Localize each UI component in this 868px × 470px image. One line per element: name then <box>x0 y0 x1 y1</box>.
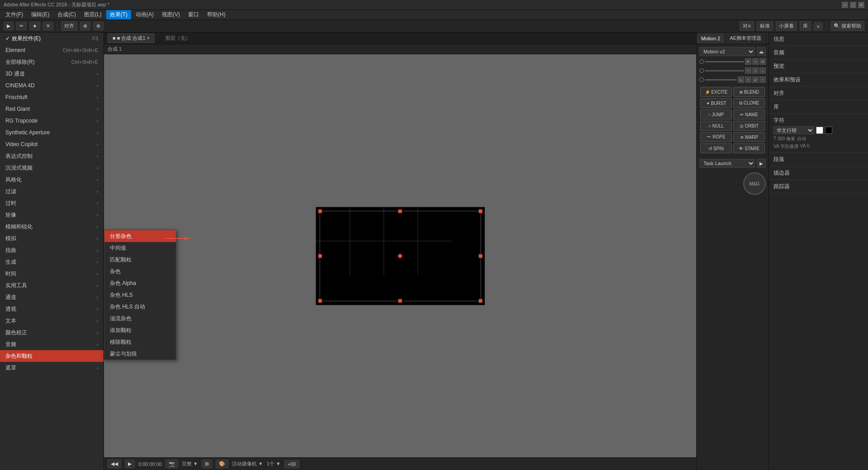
extra-btns[interactable]: +00 <box>284 460 299 468</box>
menu-distort2[interactable]: 矩像› <box>0 209 104 221</box>
menu-immersive-video[interactable]: 沉浸式视频› <box>0 162 104 174</box>
menu-remove-all[interactable]: 全部移除(R) Ctrl+Shift+E <box>0 56 104 68</box>
info-section-paragraph[interactable]: 段落 <box>769 153 868 166</box>
slider-btn-f[interactable]: F <box>745 58 751 65</box>
btn-name[interactable]: ✏ NAME <box>733 109 765 119</box>
maximize-button[interactable]: □ <box>850 2 856 8</box>
slider-2[interactable] <box>705 70 744 71</box>
toolbar-more[interactable]: » <box>814 22 823 30</box>
btn-orbit[interactable]: ◎ ORBIT <box>733 121 765 131</box>
menu-red-giant[interactable]: Red Giant› <box>0 103 104 115</box>
menu-obsolete[interactable]: 过时› <box>0 197 104 209</box>
menu-help[interactable]: 帮助(H) <box>203 10 229 19</box>
submenu-remove-grain[interactable]: 移除颗粒 <box>104 336 176 348</box>
menu-window[interactable]: 窗口 <box>184 10 203 19</box>
slider-btn-i2[interactable]: I <box>752 67 759 74</box>
handle-mid-right[interactable] <box>479 254 482 258</box>
btn-rope[interactable]: 〜 ROPE <box>700 132 732 142</box>
preset-select[interactable]: Motion v2 <box>699 47 755 56</box>
info-section-char[interactable]: 字符 华文行楷 T 300 像素 自动 VA 字距微调 VA 0 <box>769 114 868 153</box>
menu-element[interactable]: Element Ctrl+Alt+Shift+E <box>0 44 104 56</box>
toolbar-snap[interactable]: 对≡ <box>740 21 754 31</box>
submenu-turbulent-noise[interactable]: 湍流杂色 <box>104 313 176 324</box>
btn-excite[interactable]: ⚡ EXCITE <box>700 87 732 97</box>
preset-icon[interactable]: ⛰ <box>757 47 766 56</box>
btn-jump[interactable]: ↑ JUMP <box>700 109 732 119</box>
menu-video-copilot[interactable]: Video Copilot› <box>0 138 104 150</box>
menu-distort[interactable]: 扭曲› <box>0 244 104 256</box>
motion2-tab[interactable]: Motion 2 <box>697 34 725 43</box>
btn-blend[interactable]: ⊕ BLEND <box>733 87 765 97</box>
info-section-stroke[interactable]: 描边器 <box>769 166 868 180</box>
camera-select[interactable]: 活动摄像机 ▼ <box>232 461 263 467</box>
menu-layer[interactable]: 图层(L) <box>80 10 105 19</box>
handle-mid-left[interactable] <box>318 254 322 258</box>
toolbar-icon1[interactable]: ⊕ <box>80 22 90 30</box>
toolbar-select[interactable]: ▶ <box>4 22 14 30</box>
handle-bottom-right[interactable] <box>479 299 482 303</box>
handle-bottom-left[interactable] <box>318 299 322 303</box>
color-btn[interactable]: 🎨 <box>216 460 228 468</box>
toolbar-align[interactable]: 对齐 <box>61 21 77 31</box>
menu-stylize[interactable]: 风格化› <box>0 174 104 185</box>
menu-color-correct[interactable]: 颜色校正› <box>0 327 104 338</box>
slider-btn-i3[interactable]: I <box>745 76 751 83</box>
info-section-align[interactable]: 对齐 <box>769 87 868 100</box>
toolbar-anchor[interactable]: ✕ <box>43 22 53 30</box>
toolbar-small-screen[interactable]: 小屏幕 <box>776 21 797 31</box>
toolbar-icon2[interactable]: ⊗ <box>93 22 104 30</box>
color-swatch-white[interactable] <box>816 127 823 134</box>
comp-tab1[interactable]: ■ ■ 合成 合成1 × <box>108 33 155 43</box>
menu-simulate[interactable]: 模拟› <box>0 233 104 244</box>
menu-matte[interactable]: 遮罩› <box>0 362 104 374</box>
info-section-preview[interactable]: 预览 <box>769 60 868 73</box>
menu-animate[interactable]: 动画(A) <box>132 10 157 19</box>
submenu-noise-hls-auto[interactable]: 杂色 HLS 自动 <box>104 301 176 313</box>
btn-burst[interactable]: ✦ BURST <box>700 98 732 108</box>
slider-btn-extra[interactable]: ↑ <box>760 76 766 83</box>
submenu-match-grain[interactable]: 匹配颗粒 <box>104 254 176 266</box>
menu-perspective[interactable]: 透视› <box>0 303 104 315</box>
playback-controls[interactable]: ◀◀ <box>108 460 121 468</box>
menu-time[interactable]: 时间› <box>0 268 104 280</box>
slider-btn-i1[interactable]: I <box>752 58 759 65</box>
preview-btn[interactable]: ▶ <box>125 460 135 468</box>
menu-3d-channel[interactable]: 3D 通道› <box>0 68 104 80</box>
submenu-noise-alpha[interactable]: 杂色 Alpha <box>104 277 176 289</box>
menu-edit[interactable]: 编辑(E) <box>28 10 53 19</box>
slider-1[interactable] <box>705 61 744 62</box>
menu-generate[interactable]: 生成› <box>0 256 104 268</box>
fit-btn[interactable]: ⊞ <box>202 460 212 468</box>
camera-btn[interactable]: 📷 <box>165 460 178 468</box>
handle-top-left[interactable] <box>318 209 322 213</box>
menu-compose[interactable]: 合成(C) <box>54 10 80 19</box>
menu-cinema4d[interactable]: CINEMA 4D› <box>0 80 104 91</box>
info-section-audio[interactable]: 音频 <box>769 46 868 60</box>
toolbar-search[interactable]: 🔍 搜索帮助 <box>830 21 864 31</box>
btn-stare[interactable]: 👁 STARE <box>733 143 765 153</box>
toolbar-pen[interactable]: ✏ <box>16 22 27 30</box>
menu-text[interactable]: 文本› <box>0 315 104 327</box>
menu-rg-trapcode[interactable]: RG Trapcode› <box>0 115 104 127</box>
submenu-dust-scratches[interactable]: 蒙尘与划痕 <box>104 348 176 360</box>
menu-utility[interactable]: 实用工具› <box>0 280 104 291</box>
toolbar-standard[interactable]: 标准 <box>757 21 773 31</box>
ae-script-tab[interactable]: AE脚本管理器 <box>725 33 766 43</box>
btn-clone[interactable]: ⧉ CLONE <box>733 98 765 108</box>
menu-effects-controls[interactable]: ✓效果控件(E) F3 <box>0 33 104 44</box>
menu-blur-sharpen[interactable]: 模糊和锐化› <box>0 221 104 233</box>
menu-expression-ctrl[interactable]: 表达式控制› <box>0 150 104 162</box>
menu-effects[interactable]: 效果(T) <box>106 10 131 19</box>
menu-audio[interactable]: 音频› <box>0 338 104 350</box>
menu-noise-grain[interactable]: 杂色和颗粒› <box>0 350 104 362</box>
minimize-button[interactable]: ─ <box>842 2 848 8</box>
submenu-add-grain[interactable]: 添加颗粒 <box>104 324 176 336</box>
info-section-library[interactable]: 库 <box>769 100 868 114</box>
btn-spin[interactable]: ↺ SPIN <box>700 143 732 153</box>
menu-frischluft[interactable]: Frischluft› <box>0 91 104 103</box>
quality-select[interactable]: 完整 ▼ <box>182 461 198 467</box>
close-button[interactable]: ✕ <box>858 2 864 8</box>
info-section-effects[interactable]: 效果和预设 <box>769 73 868 87</box>
slider-btn-o1[interactable]: O <box>760 58 766 65</box>
btn-warp[interactable]: ≋ WARP <box>733 132 765 142</box>
